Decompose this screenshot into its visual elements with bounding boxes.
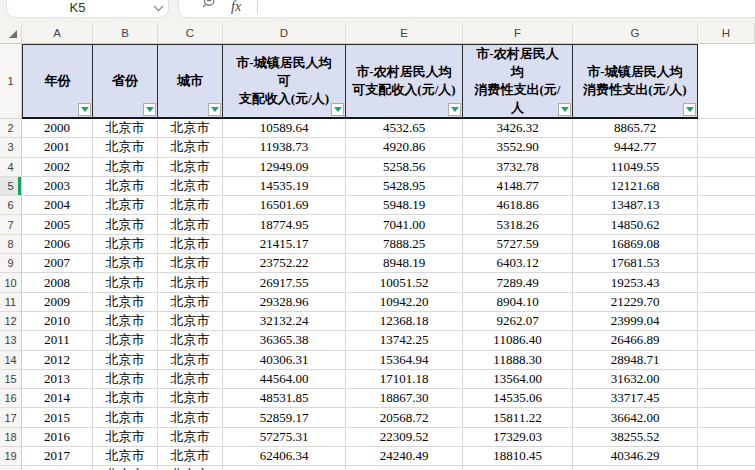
cell-E20[interactable] <box>346 466 463 470</box>
cell-A15[interactable]: 2013 <box>22 370 93 389</box>
row-header-12[interactable]: 12 <box>0 312 22 331</box>
cell-D7[interactable]: 18774.95 <box>223 215 346 234</box>
cell-H16[interactable] <box>698 389 755 408</box>
cell-A2[interactable]: 2000 <box>22 119 93 138</box>
cell-A7[interactable]: 2005 <box>22 215 93 234</box>
cell-F18[interactable]: 17329.03 <box>463 428 573 447</box>
cell-C6[interactable]: 北京市 <box>158 196 223 215</box>
cell-H14[interactable] <box>698 351 755 370</box>
header-cell-G[interactable]: 市-城镇居民人均 消费性支出(元/人) <box>573 44 698 119</box>
cell-H6[interactable] <box>698 196 755 215</box>
cell-B10[interactable]: 北京市 <box>93 273 158 292</box>
cell-F4[interactable]: 3732.78 <box>463 158 573 177</box>
cell-E4[interactable]: 5258.56 <box>346 158 463 177</box>
header-cell-F[interactable]: 市-农村居民人 均 消费性支出(元/ 人 <box>463 44 573 119</box>
cell-B9[interactable]: 北京市 <box>93 254 158 273</box>
cell-F17[interactable]: 15811.22 <box>463 408 573 427</box>
cell-E6[interactable]: 5948.19 <box>346 196 463 215</box>
cell-E15[interactable]: 17101.18 <box>346 370 463 389</box>
cell-A8[interactable]: 2006 <box>22 235 93 254</box>
cell-E14[interactable]: 15364.94 <box>346 351 463 370</box>
row-header-1[interactable]: 1 <box>0 44 22 119</box>
row-header-19[interactable]: 19 <box>0 447 22 466</box>
header-cell-E[interactable]: 市-农村居民人均 可支配收入(元/人) <box>346 44 463 119</box>
cell-B12[interactable]: 北京市 <box>93 312 158 331</box>
column-header-G[interactable]: G <box>573 23 698 44</box>
cell-E13[interactable]: 13742.25 <box>346 331 463 350</box>
cell-F20[interactable] <box>463 466 573 470</box>
cell-H15[interactable] <box>698 370 755 389</box>
row-header-7[interactable]: 7 <box>0 215 22 234</box>
column-header-A[interactable]: A <box>22 23 93 44</box>
row-header-9[interactable]: 9 <box>0 254 22 273</box>
cell-F12[interactable]: 9262.07 <box>463 312 573 331</box>
cell-F15[interactable]: 13564.00 <box>463 370 573 389</box>
magnifier-icon[interactable] <box>201 0 217 15</box>
row-header-17[interactable]: 17 <box>0 408 22 427</box>
cell-E5[interactable]: 5428.95 <box>346 177 463 196</box>
chevron-down-icon[interactable] <box>148 5 168 15</box>
filter-button-E[interactable] <box>448 103 461 116</box>
cell-B16[interactable]: 北京市 <box>93 389 158 408</box>
cell-H9[interactable] <box>698 254 755 273</box>
cell-C16[interactable]: 北京市 <box>158 389 223 408</box>
cell-A3[interactable]: 2001 <box>22 138 93 157</box>
column-header-E[interactable]: E <box>346 23 463 44</box>
cell-B4[interactable]: 北京市 <box>93 158 158 177</box>
cell-G5[interactable]: 12121.68 <box>573 177 698 196</box>
cell-G2[interactable]: 8865.72 <box>573 119 698 138</box>
cell-C14[interactable]: 北京市 <box>158 351 223 370</box>
cell-F8[interactable]: 5727.59 <box>463 235 573 254</box>
cell-D12[interactable]: 32132.24 <box>223 312 346 331</box>
cell-D16[interactable]: 48531.85 <box>223 389 346 408</box>
column-header-B[interactable]: B <box>93 23 158 44</box>
cell-reference[interactable]: K5 <box>7 0 148 15</box>
cell-B2[interactable]: 北京市 <box>93 119 158 138</box>
cell-A17[interactable]: 2015 <box>22 408 93 427</box>
row-header-2[interactable]: 2 <box>0 119 22 138</box>
cell-H20[interactable] <box>698 466 755 470</box>
cell-D15[interactable]: 44564.00 <box>223 370 346 389</box>
cell-A12[interactable]: 2010 <box>22 312 93 331</box>
cell-B14[interactable]: 北京市 <box>93 351 158 370</box>
column-header-C[interactable]: C <box>158 23 223 44</box>
column-header-F[interactable]: F <box>463 23 573 44</box>
cell-G18[interactable]: 38255.52 <box>573 428 698 447</box>
row-header-18[interactable]: 18 <box>0 428 22 447</box>
row-header-5[interactable]: 5 <box>0 177 22 196</box>
cell-H13[interactable] <box>698 331 755 350</box>
cell-C5[interactable]: 北京市 <box>158 177 223 196</box>
cell-C19[interactable]: 北京市 <box>158 447 223 466</box>
cell-C20[interactable]: 北京市 <box>158 466 223 470</box>
cell-F5[interactable]: 4148.77 <box>463 177 573 196</box>
filter-button-B[interactable] <box>143 103 156 116</box>
cell-D14[interactable]: 40306.31 <box>223 351 346 370</box>
cell-B6[interactable]: 北京市 <box>93 196 158 215</box>
cell-G14[interactable]: 28948.71 <box>573 351 698 370</box>
cell-C4[interactable]: 北京市 <box>158 158 223 177</box>
fx-icon[interactable]: fx <box>231 0 241 15</box>
cell-G19[interactable]: 40346.29 <box>573 447 698 466</box>
cell-F19[interactable]: 18810.45 <box>463 447 573 466</box>
cell-G15[interactable]: 31632.00 <box>573 370 698 389</box>
cell-F2[interactable]: 3426.32 <box>463 119 573 138</box>
cell-D3[interactable]: 11938.73 <box>223 138 346 157</box>
formula-bar[interactable]: fx <box>178 0 755 18</box>
cell-C2[interactable]: 北京市 <box>158 119 223 138</box>
filter-button-F[interactable] <box>558 103 571 116</box>
row-header-10[interactable]: 10 <box>0 273 22 292</box>
cell-D13[interactable]: 36365.38 <box>223 331 346 350</box>
header-cell-B[interactable]: 省份 <box>93 44 158 119</box>
cell-B15[interactable]: 北京市 <box>93 370 158 389</box>
cell-G17[interactable]: 36642.00 <box>573 408 698 427</box>
row-header-6[interactable]: 6 <box>0 196 22 215</box>
cell-E7[interactable]: 7041.00 <box>346 215 463 234</box>
cell-D18[interactable]: 57275.31 <box>223 428 346 447</box>
cell-E11[interactable]: 10942.20 <box>346 293 463 312</box>
cell-B20[interactable]: 北京市 <box>93 466 158 470</box>
cell-G16[interactable]: 33717.45 <box>573 389 698 408</box>
cell-D8[interactable]: 21415.17 <box>223 235 346 254</box>
cell-G8[interactable]: 16869.08 <box>573 235 698 254</box>
column-header-H[interactable]: H <box>698 23 755 44</box>
cell-D20[interactable] <box>223 466 346 470</box>
